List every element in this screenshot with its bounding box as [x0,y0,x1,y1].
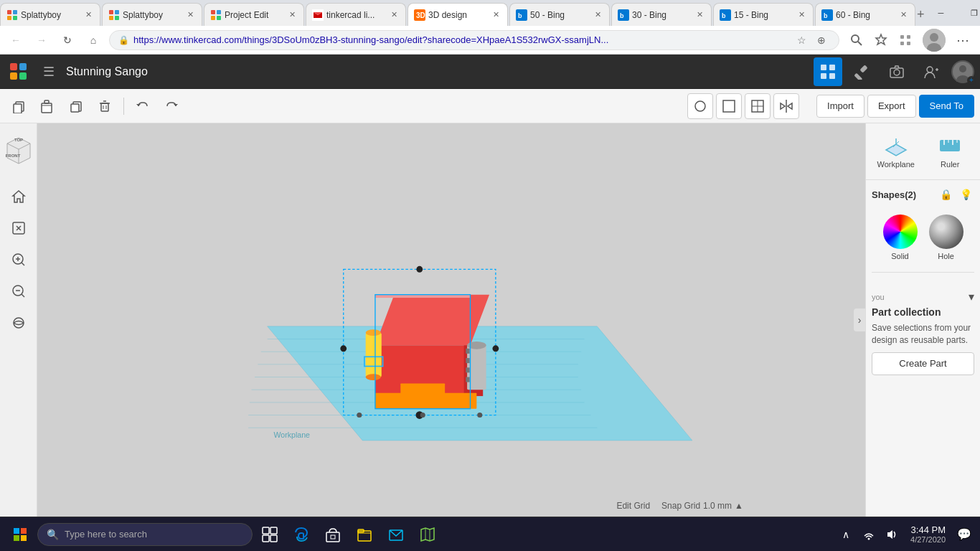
svg-rect-10 [211,16,215,20]
zoom-out-button[interactable] [6,278,32,304]
tab-3d-design[interactable]: 3D 3D design ✕ [407,3,508,26]
redo-button[interactable] [159,93,184,119]
start-button[interactable] [6,520,34,549]
snap-grid-control[interactable]: Snap Grid 1.0 mm ▲ [661,501,743,511]
network-icon[interactable] [859,524,879,545]
tab-close-4[interactable]: ✕ [388,9,400,21]
copy-button[interactable] [6,93,32,119]
more-options-button[interactable]: ⋯ [951,29,974,52]
tab-close-9[interactable]: ✕ [897,9,909,21]
user-add-button[interactable] [917,57,946,86]
tray-up-arrow[interactable]: ∧ [836,524,856,545]
notification-icon[interactable]: 💬 [954,524,974,545]
back-button[interactable]: ← [6,30,26,50]
grid-view-button[interactable] [814,57,842,86]
project-name[interactable]: Stunning Sango [66,65,814,78]
svg-rect-116 [466,358,469,363]
taskbar-search[interactable]: 🔍 Type here to search [37,523,253,546]
volume-icon[interactable] [882,524,902,545]
collection-dropdown-arrow[interactable]: ▾ [969,290,974,303]
tab-close-5[interactable]: ✕ [490,9,501,21]
maximize-button[interactable]: ❐ [958,0,980,26]
ruler-button[interactable]: Ruler [926,129,975,174]
collections-icon[interactable]: ⊕ [813,32,830,49]
extension-star[interactable] [870,29,892,52]
edge-browser-icon[interactable] [287,520,316,549]
store-icon[interactable] [319,520,347,549]
fit-to-view-button[interactable] [6,215,32,241]
maps-icon[interactable] [413,520,442,549]
export-button[interactable]: Export [867,95,916,118]
svg-rect-135 [263,535,269,542]
new-tab-button[interactable]: + [917,3,925,26]
shapes-panel: Shapes(2) 🔒 💡 Solid Hole [866,179,980,284]
panel-collapse-button[interactable]: › [854,309,865,331]
tab-close-3[interactable]: ✕ [286,9,298,21]
tab-60-bing[interactable]: b 60 - Bing ✕ [815,3,915,26]
file-explorer-icon[interactable] [350,520,379,549]
tab-close-2[interactable]: ✕ [184,9,196,21]
extension-3[interactable] [894,29,917,52]
tab-close-1[interactable]: ✕ [83,9,94,21]
profile-icon[interactable] [923,29,946,52]
delete-button[interactable] [92,93,118,119]
solid-selector[interactable]: Solid [883,215,918,260]
workplane-button[interactable]: Workplane [872,129,920,174]
shape-square-button[interactable] [716,93,742,119]
edit-grid-button[interactable]: Edit Grid [616,501,650,511]
ruler-label: Ruler [941,160,959,169]
tab-50-bing[interactable]: b 50 - Bing ✕ [509,3,610,26]
svg-rect-136 [270,535,277,542]
camera-button[interactable] [882,57,911,86]
orbit-button[interactable] [6,310,32,336]
svg-rect-61 [723,100,735,112]
extension-search[interactable] [845,29,868,52]
shapes-action-icons: 🔒 💡 [937,186,974,203]
tab-15-bing[interactable]: b 15 - Bing ✕ [713,3,814,26]
svg-rect-34 [829,65,835,70]
tinkercad-logo[interactable] [6,59,32,85]
hamburger-menu-button[interactable]: ☰ [37,60,60,83]
light-icon[interactable]: 💡 [957,186,974,203]
right-panel-top: Workplane Ruler [866,123,980,179]
tab-favicon-9: b [821,9,833,21]
hole-selector[interactable]: Hole [929,215,963,260]
duplicate-button[interactable] [63,93,89,119]
svg-text:Workplane: Workplane [274,430,311,439]
system-tray: ∧ [836,524,902,545]
mail-icon[interactable] [382,520,410,549]
url-bar[interactable]: 🔒 https://www.tinkercad.com/things/3DSoU… [109,30,839,50]
svg-rect-4 [109,10,113,14]
svg-rect-38 [854,72,862,79]
profile-avatar[interactable]: + [951,60,974,83]
tab-project-edit[interactable]: Project Edit ✕ [204,3,304,26]
lock-icon[interactable]: 🔒 [937,186,954,203]
zoom-in-button[interactable] [6,247,32,273]
bookmark-icon[interactable]: ☆ [793,32,810,49]
shape-extrude-button[interactable] [745,93,771,119]
view-cube[interactable]: TOP FRONT [1,129,37,172]
viewport[interactable]: Workplane [37,123,865,517]
hammer-button[interactable] [848,57,877,86]
send-to-button[interactable]: Send To [919,95,974,118]
paste-button[interactable] [34,93,60,119]
create-part-button[interactable]: Create Part [872,352,974,375]
tab-splattyboy-1[interactable]: Splattyboy ✕ [0,3,100,26]
tab-close-6[interactable]: ✕ [592,9,603,21]
minimize-button[interactable]: ─ [925,0,958,26]
tab-splattyboy-2[interactable]: Splattyboy ✕ [102,3,202,26]
import-button[interactable]: Import [816,95,864,118]
tab-close-8[interactable]: ✕ [796,9,807,21]
shape-mirror-button[interactable] [773,93,799,119]
tab-tinkercad-li[interactable]: tinkercad li... ✕ [306,3,406,26]
undo-button[interactable] [130,93,156,119]
home-button[interactable]: ⌂ [83,30,103,50]
home-view-button[interactable] [6,184,32,209]
tab-close-7[interactable]: ✕ [694,9,705,21]
shape-normal-button[interactable] [687,93,713,119]
task-view-button[interactable] [255,520,284,549]
system-clock[interactable]: 3:44 PM 4/27/2020 [905,524,951,544]
forward-button[interactable]: → [32,30,52,50]
refresh-button[interactable]: ↻ [57,30,77,50]
tab-30-bing[interactable]: b 30 - Bing ✕ [611,3,712,26]
